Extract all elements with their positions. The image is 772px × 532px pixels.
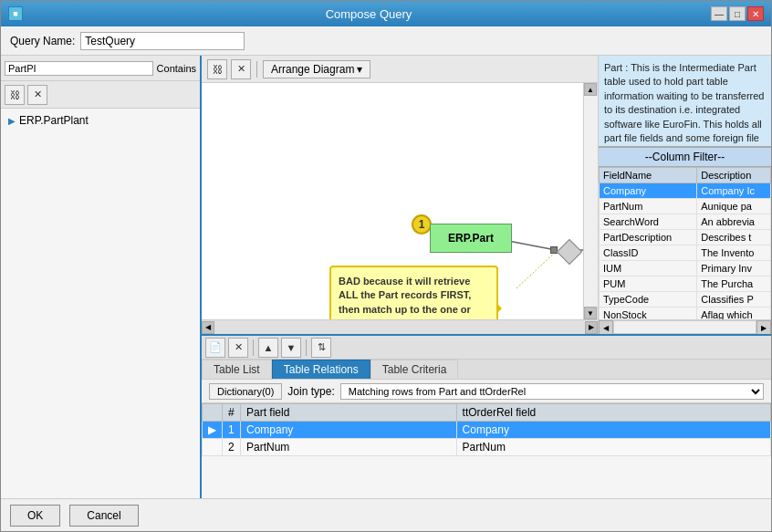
dictionary-button[interactable]: Dictionary(0) — [209, 383, 282, 400]
tree-item-icon: ▶ — [8, 116, 16, 126]
filter-field-cell: TypeCode — [600, 292, 697, 308]
arrange-label: Arrange Diagram — [271, 63, 354, 76]
restore-button[interactable]: □ — [729, 6, 746, 21]
vscroll-down[interactable]: ▼ — [584, 307, 597, 319]
center-link-icon[interactable]: ⛓ — [207, 59, 227, 79]
arrange-arrow-icon: ▾ — [357, 63, 362, 76]
filter-desc-cell: Aflag which — [697, 308, 771, 320]
query-name-input[interactable] — [80, 32, 245, 50]
bottom-delete-btn[interactable]: ✕ — [228, 338, 248, 358]
search-input[interactable] — [5, 61, 153, 76]
filter-table-row[interactable]: IUMPrimary Inv — [600, 261, 771, 276]
bottom-toolbar: 📄 ✕ ▲ ▼ ⇅ — [202, 336, 771, 360]
col-arrow-header — [203, 404, 223, 422]
main-window: ■ Compose Query — □ ✕ Query Name: Contai… — [0, 0, 772, 532]
filter-table-row[interactable]: PartDescriptionDescribes t — [600, 230, 771, 245]
window-title: Compose Query — [26, 7, 711, 21]
filter-desc-cell: The Invento — [697, 245, 771, 261]
col-relfield-header: ttOrderRel field — [456, 404, 770, 422]
vscroll-up[interactable]: ▲ — [584, 83, 597, 96]
minimize-button[interactable]: — — [711, 6, 727, 21]
row-num: 1 — [223, 422, 241, 439]
filter-desc-cell: Describes t — [697, 230, 771, 245]
filter-table-row[interactable]: ClassIDThe Invento — [600, 245, 771, 261]
filter-table: FieldName Description CompanyCompany IcP… — [599, 167, 771, 319]
filter-scroll-track — [613, 320, 756, 334]
badge-1: 1 — [412, 214, 432, 235]
svg-line-4 — [516, 250, 558, 288]
hscroll-right[interactable]: ▶ — [585, 321, 598, 334]
center-panel: ⛓ ✕ Arrange Diagram ▾ — [202, 56, 598, 334]
ok-button[interactable]: OK — [10, 505, 60, 527]
tab-table-criteria[interactable]: Table Criteria — [370, 360, 459, 379]
filter-col-description: Description — [697, 168, 771, 183]
right-panel: Part : This is the Intermediate Part tab… — [598, 56, 771, 334]
diagram-hscrollbar[interactable]: ◀ ▶ — [202, 319, 598, 334]
col-num-header: # — [223, 404, 241, 422]
hscroll-left[interactable]: ◀ — [202, 321, 214, 334]
center-delete-btn[interactable]: ✕ — [231, 59, 251, 79]
filter-table-row[interactable]: PUMThe Purcha — [600, 276, 771, 292]
filter-field-cell: NonStock — [600, 308, 697, 320]
filter-desc-cell: Company Ic — [697, 183, 771, 199]
bottom-tabs: Table List Table Relations Table Criteri… — [202, 360, 771, 380]
footer-row: OK Cancel — [1, 498, 771, 531]
filter-field-cell: SearchWord — [600, 214, 697, 230]
filter-table-row[interactable]: NonStockAflag which — [600, 308, 771, 320]
query-name-label: Query Name: — [10, 35, 75, 47]
filter-table-row[interactable]: TypeCodeClassifies P — [600, 292, 771, 308]
filter-scroll-right[interactable]: ▶ — [756, 320, 771, 334]
relations-table: # Part field ttOrderRel field ▶1CompanyC… — [202, 403, 771, 456]
filter-desc-cell: Aunique pa — [697, 199, 771, 214]
filter-desc-cell: An abbrevia — [697, 214, 771, 230]
bottom-panel: 📄 ✕ ▲ ▼ ⇅ Table List Table Relations — [202, 334, 771, 498]
cancel-button[interactable]: Cancel — [69, 505, 138, 527]
delete-button[interactable]: ✕ — [27, 85, 47, 105]
diagram-canvas: 1 ERP.Part — [202, 83, 583, 319]
left-tree: ▶ ERP.PartPlant — [1, 109, 200, 498]
close-button[interactable]: ✕ — [747, 6, 764, 21]
arrange-diagram-button[interactable]: Arrange Diagram ▾ — [263, 60, 370, 78]
bottom-sep1 — [253, 339, 254, 356]
filter-table-row[interactable]: CompanyCompany Ic — [600, 183, 771, 199]
filter-scrollbar[interactable]: ◀ ▶ — [599, 319, 771, 334]
callout-bubble: BAD because it will retrieve ALL the Par… — [329, 266, 498, 319]
right-info-text: Part : This is the Intermediate Part tab… — [599, 56, 771, 147]
diagram-vscrollbar[interactable]: ▲ ▼ — [583, 83, 598, 319]
row-rel-field: PartNum — [456, 439, 770, 456]
tab-table-list[interactable]: Table List — [202, 360, 272, 379]
title-bar: ■ Compose Query — □ ✕ — [1, 1, 771, 26]
join-type-select[interactable]: Matching rows from Part and ttOrderRel — [340, 383, 764, 400]
diamond-connector-1 — [557, 239, 582, 265]
col-partfield-header: Part field — [241, 404, 457, 422]
title-bar-left: ■ — [8, 6, 26, 21]
query-name-row: Query Name: — [1, 26, 771, 56]
row-arrow: ▶ — [203, 422, 223, 439]
row-part-field: PartNum — [241, 439, 457, 456]
filter-col-fieldname: FieldName — [600, 168, 697, 183]
table-row[interactable]: 2PartNumPartNum — [203, 439, 771, 456]
filter-table-row[interactable]: SearchWordAn abbrevia — [600, 214, 771, 230]
link-icon-button[interactable]: ⛓ — [5, 85, 25, 105]
filter-field-cell: PartNum — [600, 199, 697, 214]
window-controls: — □ ✕ — [711, 6, 764, 21]
tree-item-erp-partplant[interactable]: ▶ ERP.PartPlant — [5, 112, 196, 129]
contains-label: Contains — [157, 63, 196, 74]
filter-header: --Column Filter-- — [599, 147, 771, 167]
filter-scroll-left[interactable]: ◀ — [599, 320, 613, 334]
bottom-new-btn[interactable]: 📄 — [205, 338, 225, 358]
app-icon: ■ — [8, 6, 23, 21]
bottom-down-btn[interactable]: ▼ — [281, 338, 301, 358]
left-search-bar: Contains — [1, 56, 200, 81]
filter-table-wrap: FieldName Description CompanyCompany IcP… — [599, 167, 771, 319]
node-erp-part[interactable]: ERP.Part — [430, 224, 512, 253]
filter-table-row[interactable]: PartNumAunique pa — [600, 199, 771, 214]
bottom-sort-btn[interactable]: ⇅ — [311, 338, 331, 358]
table-row[interactable]: ▶1CompanyCompany — [203, 422, 771, 439]
column-filter: --Column Filter-- FieldName Description … — [599, 147, 771, 334]
tab-table-relations[interactable]: Table Relations — [272, 360, 370, 379]
join-type-label: Join type: — [287, 385, 334, 398]
bottom-up-btn[interactable]: ▲ — [258, 338, 278, 358]
row-rel-field: Company — [456, 422, 770, 439]
main-area: Contains ⛓ ✕ ▶ ERP.PartPlant — [1, 56, 771, 498]
